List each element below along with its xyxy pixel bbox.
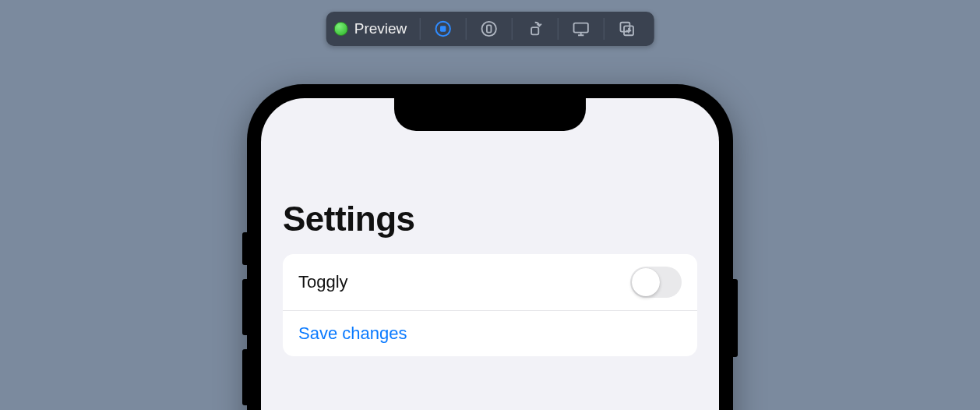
list-row-action[interactable]: Save changes bbox=[283, 310, 697, 356]
svg-point-2 bbox=[481, 22, 495, 36]
toggle-label: Toggly bbox=[298, 272, 348, 292]
iphone-device-frame: Settings Toggly Save changes bbox=[247, 84, 733, 410]
save-changes-button: Save changes bbox=[298, 323, 407, 344]
settings-list: Toggly Save changes bbox=[283, 254, 697, 356]
toggle-switch[interactable] bbox=[630, 267, 682, 298]
variants-button[interactable] bbox=[515, 15, 554, 43]
separator bbox=[465, 18, 466, 40]
svg-rect-4 bbox=[531, 27, 538, 34]
selectable-preview-button[interactable] bbox=[469, 15, 508, 43]
settings-view: Settings Toggly Save changes bbox=[261, 98, 719, 356]
device-screen: Settings Toggly Save changes bbox=[261, 98, 719, 410]
toggle-knob-icon bbox=[632, 268, 660, 296]
volume-down-button bbox=[242, 349, 247, 405]
device-notch bbox=[394, 98, 586, 131]
device-settings-button[interactable] bbox=[561, 15, 600, 43]
list-row-toggle: Toggly bbox=[283, 254, 697, 310]
status-indicator-icon bbox=[334, 22, 348, 36]
power-button bbox=[733, 279, 738, 357]
svg-rect-1 bbox=[440, 26, 446, 31]
separator bbox=[511, 18, 512, 40]
preview-mode-label: Preview bbox=[354, 20, 407, 37]
live-preview-button[interactable] bbox=[423, 15, 462, 43]
separator bbox=[557, 18, 558, 40]
separator bbox=[419, 18, 420, 40]
volume-up-button bbox=[242, 279, 247, 335]
separator bbox=[603, 18, 604, 40]
duplicate-preview-button[interactable] bbox=[607, 15, 646, 43]
svg-rect-5 bbox=[573, 23, 587, 33]
svg-rect-3 bbox=[487, 25, 492, 32]
xcode-preview-toolbar: Preview bbox=[326, 12, 654, 46]
page-title: Settings bbox=[283, 200, 697, 239]
